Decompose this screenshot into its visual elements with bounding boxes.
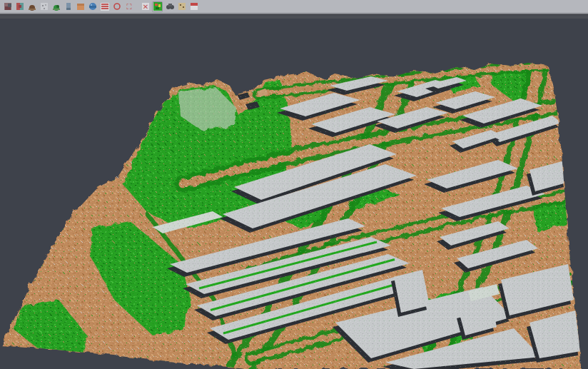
flag-save-icon[interactable]	[188, 1, 199, 12]
profile-lines-icon[interactable]	[99, 1, 110, 12]
viewport-container	[0, 19, 588, 369]
globe-icon[interactable]	[87, 1, 98, 12]
wall-section-icon[interactable]	[63, 1, 74, 12]
clear-selection-icon[interactable]: ✕	[140, 1, 151, 12]
viewport-3d[interactable]	[0, 19, 588, 369]
binoculars-icon[interactable]	[164, 1, 175, 12]
zoom-extent-icon[interactable]: ⛶	[123, 1, 134, 12]
circle-select-icon[interactable]	[111, 1, 122, 12]
classification-colors-icon[interactable]	[152, 1, 163, 12]
measure-icon[interactable]	[176, 1, 187, 12]
terrain-green-icon[interactable]	[51, 1, 61, 12]
point-cloud-icon[interactable]	[39, 1, 49, 12]
terrain-brown-icon[interactable]	[26, 1, 37, 12]
application-window: ⛶✕	[0, 0, 588, 369]
main-toolbar: ⛶✕	[0, 0, 588, 14]
swap-views-icon[interactable]	[14, 1, 25, 12]
ground-class-icon[interactable]	[75, 1, 86, 12]
svg-text:⛶: ⛶	[126, 3, 131, 11]
edit-points-icon[interactable]	[2, 1, 13, 12]
svg-text:✕: ✕	[142, 3, 148, 11]
